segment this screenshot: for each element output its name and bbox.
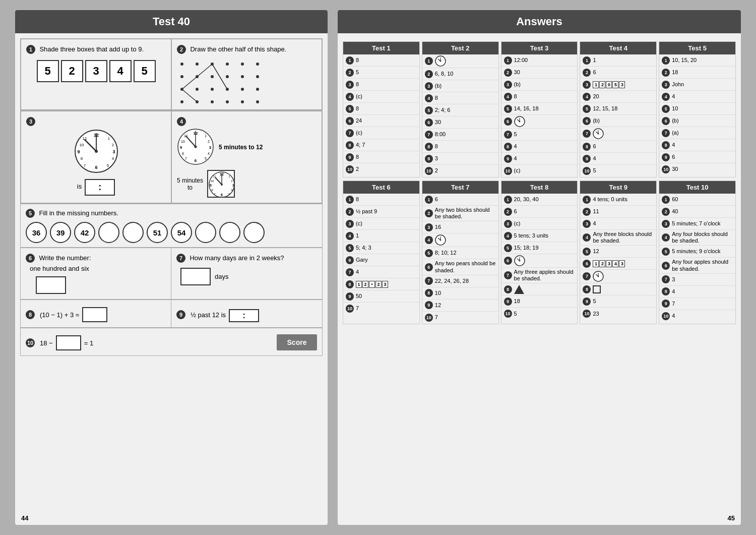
q6-subtext: one hundred and six bbox=[26, 265, 166, 272]
answer-row: 10 (c) bbox=[501, 165, 578, 177]
q6-answer-box[interactable] bbox=[36, 276, 66, 294]
answer-row: 9 50 bbox=[343, 290, 419, 303]
ans-num: 9 bbox=[425, 301, 433, 309]
ans-num: 6 bbox=[583, 117, 591, 125]
ans-num: 7 bbox=[583, 130, 591, 138]
q6-text: Write the number: bbox=[39, 254, 91, 262]
svg-point-18 bbox=[180, 100, 183, 103]
q10-text: 18 − bbox=[40, 339, 53, 347]
answer-row: 4 bbox=[422, 233, 498, 247]
svg-text:6: 6 bbox=[95, 165, 97, 170]
svg-point-5 bbox=[256, 63, 259, 66]
answer-row: 5 8 bbox=[343, 103, 419, 115]
answer-row: 6 Any two pears should be shaded. bbox=[422, 259, 498, 275]
q10-number: 10 bbox=[26, 338, 35, 347]
left-page-number: 44 bbox=[21, 514, 28, 522]
ans-num: 9 bbox=[583, 298, 591, 306]
q1-box-5[interactable]: 5 bbox=[134, 60, 156, 82]
q1-box-2[interactable]: 2 bbox=[61, 60, 83, 82]
answer-row: 10 7 bbox=[343, 303, 419, 315]
svg-text:9: 9 bbox=[77, 149, 80, 154]
q5-circle-9[interactable] bbox=[219, 222, 240, 243]
answer-row: 4 8 bbox=[422, 92, 498, 104]
q8-answer-box[interactable] bbox=[82, 307, 107, 322]
q3-answer-box[interactable]: : bbox=[85, 179, 115, 196]
ans-num: 8 bbox=[662, 287, 670, 295]
right-page-title: Answers bbox=[338, 10, 741, 33]
svg-line-25 bbox=[212, 64, 227, 89]
svg-text:8: 8 bbox=[182, 152, 184, 155]
svg-text:1: 1 bbox=[205, 134, 207, 138]
svg-line-26 bbox=[182, 89, 197, 102]
q1-box-4[interactable]: 4 bbox=[109, 60, 132, 82]
ans-num: 5 bbox=[662, 248, 670, 256]
answers-title: Answers bbox=[516, 15, 562, 28]
ans-num: 4 bbox=[662, 233, 670, 242]
answer-row: 3 (b) bbox=[501, 79, 578, 91]
ans-num: 6 bbox=[425, 118, 433, 127]
ans-num: 8 bbox=[583, 143, 591, 151]
answer-row: 2 11 bbox=[580, 206, 656, 218]
q10-inline: 10 18 − = 1 bbox=[26, 335, 166, 350]
ans-num: 8 bbox=[583, 285, 591, 293]
ans-num: 1 bbox=[504, 56, 512, 65]
test-col: Test 10 1 60 2 40 3 5 minutes; 7 o'clock… bbox=[659, 181, 736, 324]
q5-circle-4[interactable] bbox=[98, 222, 119, 243]
answer-row: 7 22, 24, 26, 28 bbox=[422, 275, 498, 287]
svg-text:9: 9 bbox=[180, 145, 182, 150]
ans-num: 9 bbox=[346, 153, 354, 161]
answers-bottom-grid: Test 6 1 8 2 ½ past 9 3 (c) 4 1 5 5; 4; … bbox=[343, 181, 736, 324]
q4-text2: 5 minutes bbox=[177, 177, 203, 184]
q7-answer-box[interactable] bbox=[180, 268, 211, 285]
q1-box-1[interactable]: 5 bbox=[37, 60, 59, 82]
ans-num: 10 bbox=[425, 167, 433, 175]
svg-text:10: 10 bbox=[181, 140, 185, 143]
q3-cell: 3 12 6 9 3 1 2 4 5 11 10 bbox=[21, 111, 171, 203]
answer-row: 9 4 bbox=[501, 153, 578, 165]
svg-text:11: 11 bbox=[213, 175, 217, 178]
q8-q9-row: 8 (10 − 1) + 3 = 9 ½ past 12 is : bbox=[20, 300, 323, 328]
ans-num: 7 bbox=[662, 129, 670, 137]
q8-number: 8 bbox=[26, 310, 35, 319]
q4-answer-box[interactable]: 12 6 9 3 1 2 4 5 11 10 8 bbox=[207, 170, 235, 198]
ans-num: 4 bbox=[583, 93, 591, 101]
answer-row: 5 2; 4; 6 bbox=[422, 104, 498, 116]
ans-num: 6 bbox=[425, 263, 433, 271]
left-page-title: Test 40 bbox=[15, 10, 328, 33]
test-col-header: Test 3 bbox=[501, 42, 578, 54]
right-page: Answers Test 1 1 8 2 5 3 8 4 (c) 5 8 6 2… bbox=[338, 10, 741, 525]
q1-cell: 1 Shade three boxes that add up to 9. 5 … bbox=[21, 39, 171, 110]
answer-row: 1 20, 30, 40 bbox=[501, 194, 578, 206]
answer-row: 6 (b) bbox=[659, 115, 735, 127]
ans-num: 2 bbox=[504, 69, 512, 77]
q5-circle-5[interactable] bbox=[122, 222, 144, 243]
answer-row: 3 John bbox=[659, 79, 735, 91]
ans-num: 4 bbox=[504, 93, 512, 101]
q1-box-3[interactable]: 3 bbox=[85, 60, 107, 82]
ans-num: 1 bbox=[346, 196, 354, 204]
q6-q7-row: 6 Write the number: one hundred and six … bbox=[20, 248, 323, 300]
answer-row: 2 6 bbox=[580, 67, 656, 79]
answer-row: 6 (b) bbox=[580, 115, 656, 127]
answer-row: 10 4 bbox=[659, 310, 735, 322]
q6-cell: 6 Write the number: one hundred and six bbox=[21, 248, 171, 299]
answer-row: 5 12, 15, 18 bbox=[580, 103, 656, 115]
svg-text:9: 9 bbox=[210, 184, 212, 187]
q5-circle-10[interactable] bbox=[243, 222, 265, 243]
answer-row: 1 12:00 bbox=[501, 54, 578, 67]
svg-text:3: 3 bbox=[209, 145, 212, 150]
ans-num: 3 bbox=[346, 81, 354, 89]
answer-row: 3 (c) bbox=[501, 218, 578, 230]
svg-point-9 bbox=[226, 75, 229, 78]
ans-num: 7 bbox=[504, 271, 512, 279]
q10-answer-box[interactable] bbox=[56, 335, 81, 350]
q9-answer-box[interactable]: : bbox=[229, 309, 259, 322]
q5-circle-8[interactable] bbox=[195, 222, 216, 243]
ans-num: 1 bbox=[662, 56, 670, 65]
q8-cell: 8 (10 − 1) + 3 = bbox=[21, 300, 171, 327]
q1-text: Shade three boxes that add up to 9. bbox=[39, 45, 144, 53]
answer-row: 7 bbox=[580, 127, 656, 141]
ans-num: 10 bbox=[662, 165, 670, 173]
q4-clock1: 12 6 9 3 1 2 4 5 11 10 8 7 bbox=[177, 128, 215, 166]
answer-row: 5 8; 10; 12 bbox=[422, 247, 498, 259]
